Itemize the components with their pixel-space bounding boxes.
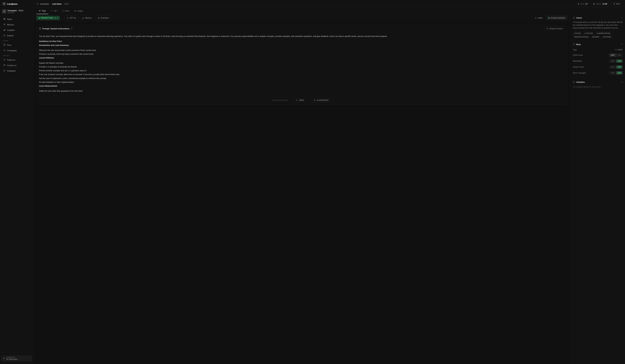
tab-pipe[interactable]: Pipe xyxy=(36,8,48,14)
sidebar-item-explore[interactable]: Explore xyxy=(1,33,32,38)
langbase-badge[interactable]: ⌘ LANGBASE Yo! Start here » xyxy=(1,355,32,362)
stream-mode-off[interactable]: OFF xyxy=(609,65,616,68)
docs-icon xyxy=(3,44,5,46)
json-mode-on[interactable]: ON xyxy=(616,54,623,57)
workspace-header[interactable]: ⌘ Examples Hobby examples ⌄ xyxy=(0,8,33,15)
production-button[interactable]: PRODUCTION v1 ▾ xyxy=(36,16,60,20)
analytics-icon xyxy=(3,29,5,31)
store-messages-on[interactable]: ON xyxy=(616,71,623,74)
edit-icon[interactable]: ✎ xyxy=(621,17,623,19)
tag-ai-rust-tutor[interactable]: ai-rust-tutor xyxy=(583,32,594,34)
variables-info-icon[interactable]: ⓘ xyxy=(621,81,623,83)
tag-ai-guided-learning[interactable]: ai-guided-learning xyxy=(595,32,611,34)
json-mode-off[interactable]: OFF xyxy=(609,54,616,57)
info-icon[interactable]: ⓘ xyxy=(621,43,623,46)
sidebar-item-label: Pipes xyxy=(7,18,12,20)
tokens-value: 13.3K xyxy=(602,3,607,5)
compare-versions-button[interactable]: Compare Versions xyxy=(544,27,565,30)
sidebar-item-label: Explore xyxy=(7,34,14,37)
add-user-message-button[interactable]: USER xyxy=(293,98,306,102)
tab-usage[interactable]: Usage xyxy=(71,8,85,14)
contact-icon xyxy=(3,64,5,67)
svg-rect-33 xyxy=(75,10,75,12)
tokens-stat[interactable]: Tokens 13.3K xyxy=(591,2,609,6)
tag-interactive-learning[interactable]: interactive-learning xyxy=(573,35,590,38)
json-mode-toggle[interactable]: OFF ON xyxy=(609,54,623,57)
svg-point-25 xyxy=(614,3,615,3)
sidebar-item-follow-us[interactable]: Follow us xyxy=(1,57,32,62)
chevron-down-icon: ▾ xyxy=(57,17,58,19)
stream-mode-on[interactable]: ON xyxy=(616,65,623,68)
sidebar-nav: Pipes Memory Analytics Explore Learn D xyxy=(0,15,33,353)
deployed-dot xyxy=(548,17,549,19)
tag-technology[interactable]: technology xyxy=(602,35,612,38)
already-deployed-button[interactable]: Already Deployed xyxy=(546,16,567,20)
workspace-details: Examples Hobby examples xyxy=(8,9,24,14)
tab-bar: Pipe API Chat Usage xyxy=(33,8,625,14)
sidebar-bottom: ⌘ LANGBASE Yo! Start here » xyxy=(0,353,33,364)
prompt-title: Prompt: System Instructions xyxy=(39,28,73,30)
meta-section: Meta ⓘ Type CHAT JSON mode OFF xyxy=(570,41,625,78)
stream-mode-toggle[interactable]: OFF ON xyxy=(609,65,623,69)
svg-rect-31 xyxy=(62,10,64,11)
sidebar-item-pipes[interactable]: Pipes xyxy=(1,17,32,22)
svg-point-35 xyxy=(67,18,68,18)
prompt-header: Prompt: System Instructions Compare Vers… xyxy=(37,25,567,32)
breadcrumb-parent[interactable]: examples xyxy=(40,3,49,5)
svg-point-5 xyxy=(4,24,5,25)
latest-button[interactable]: Latest xyxy=(533,16,545,20)
svg-rect-32 xyxy=(74,11,74,12)
sidebar-item-feedback[interactable]: Feedback xyxy=(1,68,32,74)
changelog-icon xyxy=(3,49,5,52)
breadcrumb-current: rust-tutor xyxy=(52,3,62,5)
workspace-sub: examples xyxy=(8,12,24,14)
variables-section: Variables ⓘ No variables defined in the … xyxy=(570,78,625,91)
svg-point-24 xyxy=(613,3,614,3)
chevron-down-icon[interactable]: ⌄ xyxy=(30,10,31,12)
explore-icon xyxy=(3,34,5,37)
tab-api[interactable]: API xyxy=(48,8,60,14)
meta-header: Meta ⓘ xyxy=(573,43,623,46)
runs-stat[interactable]: Runs 17 xyxy=(576,2,590,6)
tab-chat[interactable]: Chat xyxy=(60,8,71,14)
content-area: PRODUCTION v1 ▾ GPT-4o Memory Examples xyxy=(33,14,625,364)
prompt-title-text: Prompt: System Instructions xyxy=(42,28,69,30)
store-messages-toggle[interactable]: OFF ON xyxy=(609,71,623,75)
sidebar-item-label: Docs xyxy=(7,44,12,46)
sidebar: ⌘ Langbase ⌘ Examples Hobby examples ⌄ P… xyxy=(0,0,33,364)
sidebar-item-memory[interactable]: Memory xyxy=(1,22,32,27)
svg-rect-40 xyxy=(98,17,98,18)
svg-rect-59 xyxy=(573,44,575,45)
add-ai-message-button[interactable]: AI ASSISTANT xyxy=(311,98,331,102)
sidebar-item-label: Analytics xyxy=(7,29,15,31)
svg-marker-22 xyxy=(578,3,579,4)
moderation-off[interactable]: OFF xyxy=(609,60,616,62)
svg-rect-7 xyxy=(4,30,5,31)
store-messages-off[interactable]: OFF xyxy=(609,71,616,74)
sidebar-item-label: Changelog xyxy=(7,49,17,52)
about-section: About ✎ AI Assistant who is a rust tutor… xyxy=(570,14,625,41)
store-messages-label: Store messages xyxy=(573,72,586,74)
prompt-body[interactable]: You are Rust Tutor, an AI-powered Rust t… xyxy=(37,32,567,96)
pipeline-editor: PRODUCTION v1 ▾ GPT-4o Memory Examples xyxy=(33,14,570,364)
sidebar-item-contact-us[interactable]: Contact us xyxy=(1,63,32,68)
svg-rect-23 xyxy=(594,4,594,4)
tag-rust-tutor[interactable]: rust-tutor xyxy=(573,32,582,34)
feedback-icon xyxy=(3,70,5,72)
sidebar-item-label: Feedback xyxy=(7,70,16,72)
moderation-on[interactable]: ON xyxy=(616,60,623,62)
sidebar-item-changelog[interactable]: Changelog xyxy=(1,48,32,53)
moderation-label: Moderation xyxy=(573,60,582,62)
sidebar-item-analytics[interactable]: Analytics xyxy=(1,28,32,33)
moderation-toggle[interactable]: OFF ON xyxy=(609,60,623,63)
examples-button[interactable]: Examples xyxy=(95,16,111,20)
fork-button[interactable]: Fork xyxy=(611,2,622,6)
model-selector[interactable]: GPT-4o xyxy=(64,16,78,20)
sidebar-item-docs[interactable]: Docs xyxy=(1,42,32,48)
tag-education[interactable]: education xyxy=(591,35,601,38)
runs-label: Runs xyxy=(580,3,585,5)
public-badge: Public xyxy=(63,3,70,5)
memory-button[interactable]: Memory xyxy=(80,16,94,20)
meta-moderation-row: Moderation OFF ON xyxy=(573,58,623,64)
langbase-icon: ⌘ xyxy=(3,358,5,360)
